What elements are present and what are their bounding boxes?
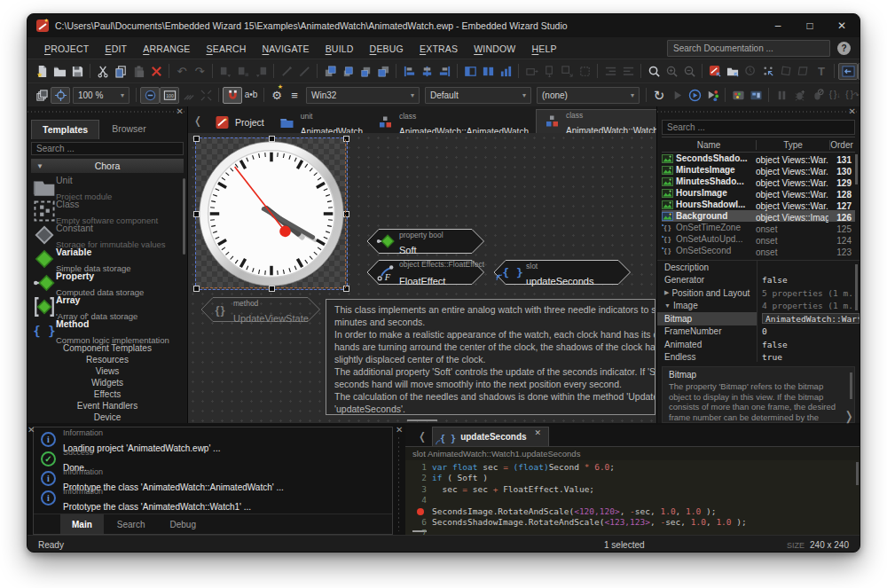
target-crosshair-icon[interactable] xyxy=(51,87,70,104)
template-group-views[interactable]: Views xyxy=(27,365,187,377)
canvas-splitter-grip[interactable] xyxy=(407,419,437,421)
tabs-prev-icon[interactable]: ❬ xyxy=(190,114,206,133)
boxed-a-icon[interactable]: A xyxy=(858,63,860,80)
property-row-generator[interactable]: Generatorfalse xyxy=(657,274,860,287)
log-tab-search[interactable]: Search xyxy=(106,514,157,534)
template-group-widgets[interactable]: Widgets xyxy=(27,377,187,388)
transform-2-icon[interactable] xyxy=(795,63,812,79)
member-row-onsetsecond[interactable]: { }OnSetSecondonset123 xyxy=(662,245,855,256)
refresh-icon[interactable]: ↻ xyxy=(650,87,668,103)
list-outdent-icon[interactable] xyxy=(619,63,637,79)
help-scrollbar[interactable] xyxy=(850,372,852,399)
zoom-out-icon[interactable] xyxy=(680,63,698,79)
link-icon[interactable] xyxy=(405,427,414,446)
board-blue-icon[interactable] xyxy=(747,87,765,103)
property-soft-block[interactable]: property bool Soft xyxy=(367,229,484,254)
delete-icon[interactable] xyxy=(147,63,165,79)
selected-watch-object[interactable] xyxy=(195,137,348,290)
menu-edit[interactable]: EDIT xyxy=(97,42,135,56)
search-documentation-input[interactable] xyxy=(667,40,830,57)
template-group-effects[interactable]: Effects xyxy=(27,388,187,400)
doc-tab-animatedwatch[interactable]: unitAnimatedWatch xyxy=(271,112,370,133)
list-indent-icon[interactable] xyxy=(601,63,619,79)
bug-add-icon[interactable] xyxy=(790,87,808,103)
frame-100-icon[interactable]: 100 xyxy=(160,87,179,104)
doc-tab-animatedwatch-animatedwatch[interactable]: classAnimatedWatch::AnimatedWatch xyxy=(370,112,536,133)
menu-navigate[interactable]: NAVIGATE xyxy=(254,42,317,56)
paste-after-icon[interactable] xyxy=(252,63,270,79)
profile-select[interactable]: Default▾ xyxy=(425,87,531,104)
folder-jump-icon[interactable] xyxy=(724,63,742,79)
send-backward-icon[interactable] xyxy=(357,63,374,79)
wizard-jump-icon[interactable] xyxy=(706,63,724,79)
align-right-icon[interactable] xyxy=(436,63,453,79)
layers-copy-icon[interactable] xyxy=(33,87,51,103)
template-group-resources[interactable]: Resources xyxy=(27,354,187,365)
text-t-icon[interactable]: T xyxy=(812,63,830,79)
menu-arrange[interactable]: ARRANGE xyxy=(135,42,198,56)
resize-width-icon[interactable] xyxy=(522,63,540,79)
template-group-event-handlers[interactable]: Event Handlers xyxy=(27,400,187,412)
play-icon[interactable] xyxy=(668,87,686,103)
inspector-next-icon[interactable]: ❭ xyxy=(844,409,854,423)
property-row-framenumber[interactable]: FrameNumber0 xyxy=(657,325,860,339)
templates-scrollbar[interactable] xyxy=(183,178,185,255)
zoom-select[interactable]: 100 %▾ xyxy=(73,87,130,104)
language-select[interactable]: (none)▾ xyxy=(537,87,640,104)
close-icon[interactable]: ✕ xyxy=(849,106,856,117)
dock-horizontal-icon[interactable] xyxy=(479,63,497,79)
column-name[interactable]: Name xyxy=(662,140,756,150)
tab-browser[interactable]: Browser xyxy=(101,120,157,139)
column-order[interactable]: Order xyxy=(830,140,855,150)
zoom-in-icon[interactable] xyxy=(663,63,680,79)
undo-icon[interactable]: ↶ xyxy=(173,63,191,79)
menu-build[interactable]: BUILD xyxy=(318,42,362,56)
property-row-animated[interactable]: Animatedfalse xyxy=(657,338,860,351)
tab-templates[interactable]: Templates xyxy=(31,120,99,139)
close-button[interactable]: ✕ xyxy=(829,17,854,35)
play-circle-icon[interactable] xyxy=(686,87,703,103)
close-icon[interactable]: ✕ xyxy=(535,427,542,437)
menu-extras[interactable]: EXTRAS xyxy=(412,42,466,56)
log-tab-main[interactable]: Main xyxy=(60,514,104,534)
code-tabs-prev-icon[interactable]: ❬ xyxy=(416,430,430,446)
boxed-arrow-icon[interactable] xyxy=(838,63,858,80)
breakpoint-icon[interactable] xyxy=(417,508,424,515)
code-line[interactable]: 4 xyxy=(405,495,860,506)
paste-icon[interactable] xyxy=(130,63,147,79)
transform-1-icon[interactable] xyxy=(777,63,795,79)
menu-debug[interactable]: DEBUG xyxy=(362,42,412,56)
save-icon[interactable] xyxy=(68,63,86,79)
pause-icon[interactable] xyxy=(773,87,790,103)
step-into-icon[interactable]: { }↓ xyxy=(826,87,844,103)
remove-circle-icon[interactable] xyxy=(140,87,160,104)
code-editor[interactable]: 1var float sec = (float)Second * 6.0;2if… xyxy=(405,460,860,535)
menu-help[interactable]: HELP xyxy=(523,42,564,56)
property-row-bitmap[interactable]: BitmapAnimatedWatch::War▾ xyxy=(657,312,860,325)
dock-chart-icon[interactable] xyxy=(497,63,514,79)
code-tab-updateseconds[interactable]: { } updateSeconds ✕ xyxy=(432,427,549,446)
new-file-icon[interactable] xyxy=(33,63,51,79)
cut-icon[interactable] xyxy=(94,63,112,79)
code-line[interactable]: 1var float sec = (float)Second * 6.0; xyxy=(405,462,860,473)
bitmap-dropdown[interactable]: AnimatedWatch::War▾ xyxy=(762,313,860,324)
log-tab-debug[interactable]: Debug xyxy=(158,514,207,534)
bottom-splitter[interactable]: ✕ xyxy=(393,423,405,535)
align-center-icon[interactable] xyxy=(418,63,436,79)
updateseconds-slot-block[interactable]: { } slot updateSeconds xyxy=(494,260,631,285)
menu-window[interactable]: WINDOW xyxy=(466,42,523,56)
ab-icon[interactable]: a•b xyxy=(242,87,260,103)
redo-icon[interactable]: ↷ xyxy=(191,63,208,79)
menu-search[interactable]: SEARCH xyxy=(199,42,255,56)
clock-jump-icon[interactable] xyxy=(742,63,759,79)
updateviewstate-method-block[interactable]: { } method UpdateViewState xyxy=(201,297,320,322)
align-left-icon[interactable] xyxy=(400,63,418,79)
properties-scrollbar[interactable] xyxy=(855,264,858,310)
paste-into-icon[interactable] xyxy=(234,63,252,79)
close-icon[interactable]: ✕ xyxy=(177,106,184,117)
code-scrollbar[interactable] xyxy=(856,462,859,485)
bring-to-front-icon[interactable] xyxy=(321,63,339,79)
doc-tab-project[interactable]: Project xyxy=(206,112,271,133)
template-item-method[interactable]: { }MethodCommon logic implementation xyxy=(27,318,187,342)
bug-off-icon[interactable] xyxy=(808,87,826,103)
